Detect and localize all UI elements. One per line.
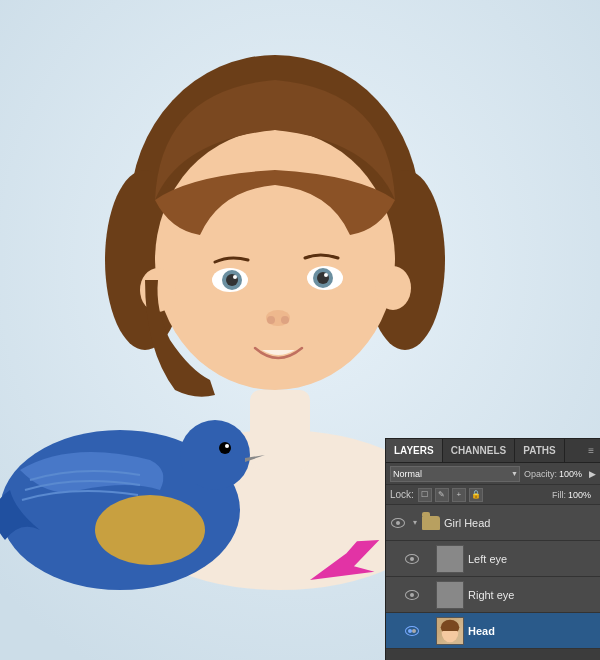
svg-point-24 (225, 444, 229, 448)
lock-fill-row: Lock: ☐ ✎ + 🔒 Fill: 100% (386, 485, 600, 505)
tab-paths[interactable]: PATHS (515, 439, 564, 462)
expand-right-eye[interactable] (422, 577, 436, 613)
blend-mode-select[interactable]: Normal (390, 466, 520, 482)
svg-point-12 (313, 268, 333, 288)
visibility-left-eye[interactable] (402, 541, 422, 577)
opacity-control: Opacity: 100% ▶ (524, 469, 596, 479)
svg-point-16 (267, 316, 275, 324)
eye-icon-left-eye (405, 554, 419, 564)
svg-point-17 (281, 316, 289, 324)
blend-mode-wrapper[interactable]: Normal (390, 466, 520, 482)
svg-point-13 (317, 272, 329, 284)
svg-point-3 (130, 55, 420, 365)
svg-point-6 (155, 130, 395, 390)
eye-icon-head (405, 626, 419, 636)
layer-row-right-eye[interactable]: Right eye (386, 577, 600, 613)
tab-layers[interactable]: LAYERS (386, 439, 443, 462)
visibility-head[interactable] (402, 613, 422, 649)
visibility-right-eye[interactable] (402, 577, 422, 613)
svg-point-21 (95, 495, 205, 565)
expand-head[interactable] (422, 613, 436, 649)
eye-icon-right-eye (405, 590, 419, 600)
panel-tabs-row: LAYERS CHANNELS PATHS ≡ (386, 439, 600, 463)
svg-marker-25 (305, 531, 392, 601)
svg-point-8 (222, 270, 242, 290)
lock-position-button[interactable]: ✎ (435, 488, 449, 502)
folder-icon-girl-head (422, 516, 440, 530)
lock-artboards-button[interactable]: + (452, 488, 466, 502)
opacity-label: Opacity: (524, 469, 557, 479)
svg-point-18 (140, 268, 176, 312)
thumb-head (436, 617, 464, 645)
panel-menu-arrow[interactable]: ≡ (582, 445, 600, 456)
svg-point-23 (219, 442, 231, 454)
fill-control: Fill: 100% (552, 490, 596, 500)
fill-label: Fill: (552, 490, 566, 500)
expand-left-eye[interactable] (422, 541, 436, 577)
svg-point-14 (324, 273, 328, 277)
svg-point-11 (307, 266, 343, 290)
svg-point-20 (0, 430, 240, 590)
fill-value[interactable]: 100% (568, 490, 596, 500)
layer-row-left-eye[interactable]: Left eye (386, 541, 600, 577)
svg-point-22 (180, 420, 250, 490)
svg-point-5 (365, 170, 445, 350)
svg-point-4 (105, 170, 185, 350)
svg-point-15 (266, 310, 290, 326)
opacity-value[interactable]: 100% (559, 469, 587, 479)
layer-name-girl-head: Girl Head (444, 517, 598, 529)
layer-row-girl-head[interactable]: ▾ Girl Head (386, 505, 600, 541)
expand-girl-head[interactable]: ▾ (408, 505, 422, 541)
svg-point-19 (375, 266, 411, 310)
layer-name-left-eye: Left eye (468, 553, 598, 565)
eye-icon-girl-head (391, 518, 405, 528)
thumb-left-eye (436, 545, 464, 573)
layer-row-head[interactable]: Head (386, 613, 600, 649)
tab-channels[interactable]: CHANNELS (443, 439, 516, 462)
thumb-right-eye (436, 581, 464, 609)
svg-point-7 (212, 268, 248, 292)
blend-opacity-row: Normal Opacity: 100% ▶ (386, 463, 600, 485)
lock-icons-group: ☐ ✎ + 🔒 (418, 488, 483, 502)
layers-panel: LAYERS CHANNELS PATHS ≡ Normal Opacity: … (385, 438, 600, 660)
lock-label: Lock: (390, 489, 414, 500)
svg-rect-2 (250, 390, 310, 470)
lock-pixels-button[interactable]: ☐ (418, 488, 432, 502)
svg-point-10 (233, 275, 237, 279)
visibility-girl-head[interactable] (388, 505, 408, 541)
layer-name-right-eye: Right eye (468, 589, 598, 601)
lock-all-button[interactable]: 🔒 (469, 488, 483, 502)
opacity-arrow[interactable]: ▶ (589, 469, 596, 479)
layer-name-head: Head (468, 625, 598, 637)
svg-point-9 (226, 274, 238, 286)
